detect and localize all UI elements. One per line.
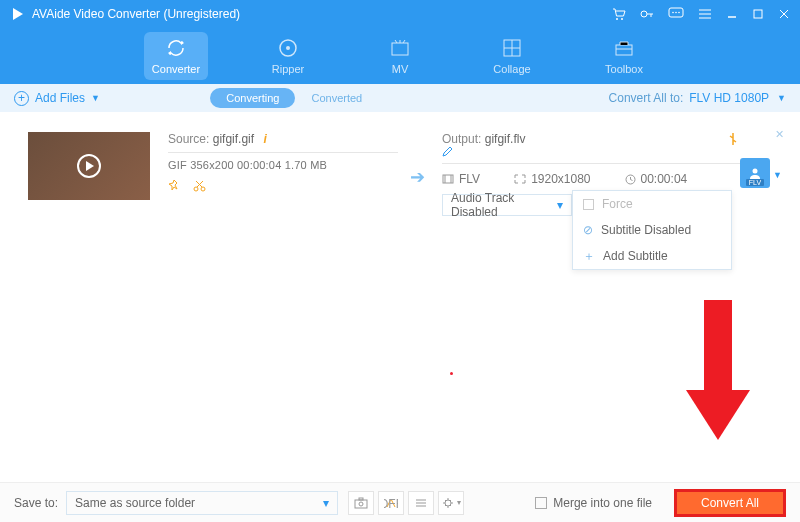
source-label: Source: bbox=[168, 132, 209, 146]
settings-icon[interactable]: ▾ bbox=[438, 491, 464, 515]
svg-rect-23 bbox=[355, 500, 367, 508]
subtitle-menu: Force ⊘ Subtitle Disabled ＋ Add Subtitle bbox=[572, 190, 732, 270]
convert-all-to-select[interactable]: FLV HD 1080P ▼ bbox=[689, 91, 786, 105]
close-icon[interactable] bbox=[778, 8, 790, 20]
merge-label: Merge into one file bbox=[553, 496, 652, 510]
format-caret[interactable]: ▼ bbox=[773, 170, 782, 180]
add-files-label: Add Files bbox=[35, 91, 85, 105]
checkbox-icon bbox=[583, 199, 594, 210]
format-badge[interactable]: FLV bbox=[740, 158, 770, 188]
audio-track-value: Audio Track Disabled bbox=[451, 191, 557, 219]
edit-icon[interactable] bbox=[442, 146, 742, 157]
svg-rect-13 bbox=[392, 43, 408, 55]
svg-text:OFF: OFF bbox=[384, 497, 398, 509]
remove-item-icon[interactable]: ✕ bbox=[775, 128, 784, 141]
app-logo: AVAide Video Converter (Unregistered) bbox=[10, 6, 240, 22]
divider bbox=[442, 163, 742, 164]
spec-res-value: 1920x1080 bbox=[531, 172, 590, 186]
minimize-icon[interactable] bbox=[726, 8, 738, 20]
subtitle-add-label: Add Subtitle bbox=[603, 249, 668, 263]
film-icon bbox=[442, 174, 454, 184]
source-filename: gifgif.gif bbox=[213, 132, 254, 146]
nav-collage[interactable]: Collage bbox=[480, 32, 544, 80]
svg-rect-8 bbox=[754, 10, 762, 18]
svg-point-7 bbox=[678, 12, 680, 14]
chevron-down-icon: ▾ bbox=[323, 496, 329, 510]
chevron-down-icon: ▼ bbox=[91, 93, 100, 103]
footer-tools: OFF ▾ bbox=[348, 491, 464, 515]
plus-icon: ＋ bbox=[583, 248, 595, 265]
svg-rect-15 bbox=[616, 45, 632, 55]
output-filename: gifgif.flv bbox=[485, 132, 526, 146]
status-tabs: Converting Converted bbox=[210, 88, 378, 108]
nav-toolbox[interactable]: Toolbox bbox=[592, 32, 656, 80]
svg-point-20 bbox=[753, 169, 758, 174]
convert-all-to: Convert All to: FLV HD 1080P ▼ bbox=[609, 91, 786, 105]
snapshot-icon[interactable] bbox=[348, 491, 374, 515]
person-icon bbox=[748, 167, 762, 179]
pin-icon[interactable] bbox=[168, 179, 181, 192]
footer: Save to: Same as source folder ▾ OFF ▾ M… bbox=[0, 482, 800, 522]
nav-converter[interactable]: Converter bbox=[144, 32, 208, 80]
checkbox-icon bbox=[535, 497, 547, 509]
play-icon bbox=[77, 154, 101, 178]
feedback-icon[interactable] bbox=[668, 7, 684, 21]
spec-format: FLV bbox=[459, 172, 480, 186]
spec-dur-value: 00:00:04 bbox=[641, 172, 688, 186]
ripper-icon bbox=[277, 37, 299, 59]
task-list-icon[interactable] bbox=[408, 491, 434, 515]
spec-duration: 00:00:04 bbox=[625, 172, 688, 186]
svg-point-24 bbox=[359, 502, 363, 506]
spec-container: FLV bbox=[442, 172, 480, 186]
thumbnail[interactable] bbox=[28, 132, 150, 200]
svg-marker-0 bbox=[13, 8, 23, 20]
nav-toolbox-label: Toolbox bbox=[605, 63, 643, 75]
convert-all-label: Convert All bbox=[701, 496, 759, 510]
svg-point-6 bbox=[675, 12, 677, 14]
nav-collage-label: Collage bbox=[493, 63, 530, 75]
cut-icon[interactable] bbox=[193, 179, 206, 192]
info-icon[interactable]: i bbox=[263, 132, 266, 146]
output-row: Output: gifgif.flv bbox=[442, 132, 742, 157]
annotation-dot bbox=[450, 372, 453, 375]
plus-icon: + bbox=[14, 91, 29, 106]
save-to-label: Save to: bbox=[14, 496, 58, 510]
system-icons bbox=[612, 7, 790, 21]
subtitle-force-label: Force bbox=[602, 197, 633, 211]
save-to-select[interactable]: Same as source folder ▾ bbox=[66, 491, 338, 515]
convert-all-button[interactable]: Convert All bbox=[674, 489, 786, 517]
key-icon[interactable] bbox=[640, 7, 654, 21]
sub-toolbar: + Add Files ▼ Converting Converted Conve… bbox=[0, 84, 800, 112]
source-meta: GIF 356x200 00:00:04 1.70 MB bbox=[168, 159, 398, 171]
format-ext: FLV bbox=[746, 179, 764, 186]
output-label: Output: bbox=[442, 132, 481, 146]
converter-icon bbox=[165, 37, 187, 59]
add-files-button[interactable]: + Add Files ▼ bbox=[14, 91, 100, 106]
subtitle-disabled-option[interactable]: ⊘ Subtitle Disabled bbox=[573, 217, 731, 243]
source-row: Source: gifgif.gif i bbox=[168, 132, 398, 146]
svg-point-5 bbox=[672, 12, 674, 14]
svg-rect-21 bbox=[704, 300, 732, 390]
cart-icon[interactable] bbox=[612, 7, 626, 21]
nav-ripper-label: Ripper bbox=[272, 63, 304, 75]
subtitle-force-option[interactable]: Force bbox=[573, 191, 731, 217]
subtitle-add-option[interactable]: ＋ Add Subtitle bbox=[573, 243, 731, 269]
menu-icon[interactable] bbox=[698, 8, 712, 20]
nav-ripper[interactable]: Ripper bbox=[256, 32, 320, 80]
audio-track-select[interactable]: Audio Track Disabled ▾ bbox=[442, 194, 572, 216]
gpu-toggle-icon[interactable]: OFF bbox=[378, 491, 404, 515]
clock-icon bbox=[625, 174, 636, 185]
tab-converted[interactable]: Converted bbox=[295, 88, 378, 108]
arrow-icon: ➔ bbox=[410, 166, 425, 188]
compress-icon[interactable] bbox=[726, 132, 740, 146]
tab-converting[interactable]: Converting bbox=[210, 88, 295, 108]
app-title: AVAide Video Converter (Unregistered) bbox=[32, 7, 240, 21]
svg-point-12 bbox=[286, 46, 290, 50]
annotation-arrow bbox=[678, 300, 758, 450]
nav-mv[interactable]: MV bbox=[368, 32, 432, 80]
maximize-icon[interactable] bbox=[752, 8, 764, 20]
merge-checkbox[interactable]: Merge into one file bbox=[535, 496, 652, 510]
convert-all-to-value: FLV HD 1080P bbox=[689, 91, 769, 105]
svg-marker-22 bbox=[686, 390, 750, 440]
svg-rect-25 bbox=[359, 498, 363, 500]
